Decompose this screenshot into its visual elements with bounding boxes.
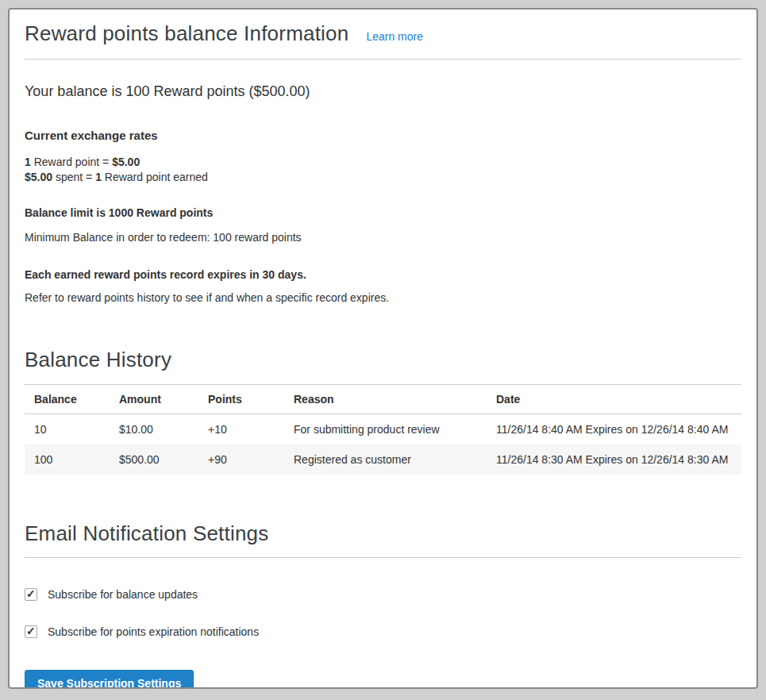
points-expiration-checkbox[interactable] (25, 625, 37, 638)
column-header-amount: Amount (119, 385, 208, 414)
minimum-balance-note: Minimum Balance in order to redeem: 100 … (25, 230, 741, 245)
expiration-note: Each earned reward points record expires… (25, 267, 741, 283)
cell-points: +10 (208, 414, 294, 445)
balance-updates-checkbox[interactable] (25, 588, 37, 601)
save-subscription-settings-button[interactable]: Save Subscription Settings (25, 670, 194, 689)
cell-points: +90 (208, 444, 294, 475)
balance-updates-label[interactable]: Subscribe for balance updates (48, 588, 198, 601)
subscribe-balance-updates-row: Subscribe for balance updates (25, 588, 741, 601)
expiration-hint: Refer to reward points history to see if… (25, 290, 741, 306)
points-expiration-label[interactable]: Subscribe for points expiration notifica… (48, 625, 259, 638)
cell-amount: $500.00 (119, 444, 208, 475)
reward-points-card: Reward points balance Information Learn … (8, 8, 758, 689)
cell-date: 11/26/14 8:30 AM Expires on 12/26/14 8:3… (496, 444, 741, 475)
email-notification-settings-title: Email Notification Settings (25, 519, 741, 558)
column-header-reason: Reason (294, 385, 496, 414)
balance-limit-note: Balance limit is 1000 Reward points (25, 206, 741, 221)
earn-rate-line: 1 Reward point = $5.00 (25, 156, 140, 168)
cell-date: 11/26/14 8:40 AM Expires on 12/26/14 8:4… (496, 414, 741, 445)
column-header-date: Date (496, 385, 741, 414)
cell-reason: Registered as customer (294, 444, 496, 475)
cell-amount: $10.00 (119, 414, 208, 445)
balance-history-table: Balance Amount Points Reason Date 10 $10… (25, 384, 741, 475)
balance-history-title: Balance History (25, 345, 741, 374)
cell-reason: For submitting product review (294, 414, 496, 445)
table-header-row: Balance Amount Points Reason Date (25, 385, 741, 414)
cell-balance: 10 (25, 414, 119, 445)
learn-more-link[interactable]: Learn more (366, 30, 423, 43)
balance-summary: Your balance is 100 Reward points ($500.… (25, 82, 741, 101)
table-row: 100 $500.00 +90 Registered as customer 1… (25, 444, 741, 475)
subscribe-points-expiration-row: Subscribe for points expiration notifica… (25, 625, 741, 638)
card-header: Reward points balance Information Learn … (25, 19, 741, 60)
exchange-rates-heading: Current exchange rates (25, 128, 741, 144)
column-header-balance: Balance (25, 385, 119, 414)
cell-balance: 100 (25, 444, 119, 475)
page-background: { "header": { "title": "Reward points ba… (0, 0, 766, 700)
column-header-points: Points (208, 385, 294, 414)
spend-rate-line: $5.00 spent = 1 Reward point earned (25, 171, 208, 183)
table-row: 10 $10.00 +10 For submitting product rev… (25, 414, 741, 445)
exchange-rate-lines: 1 Reward point = $5.00 $5.00 spent = 1 R… (25, 155, 741, 185)
page-title: Reward points balance Information (25, 19, 348, 48)
